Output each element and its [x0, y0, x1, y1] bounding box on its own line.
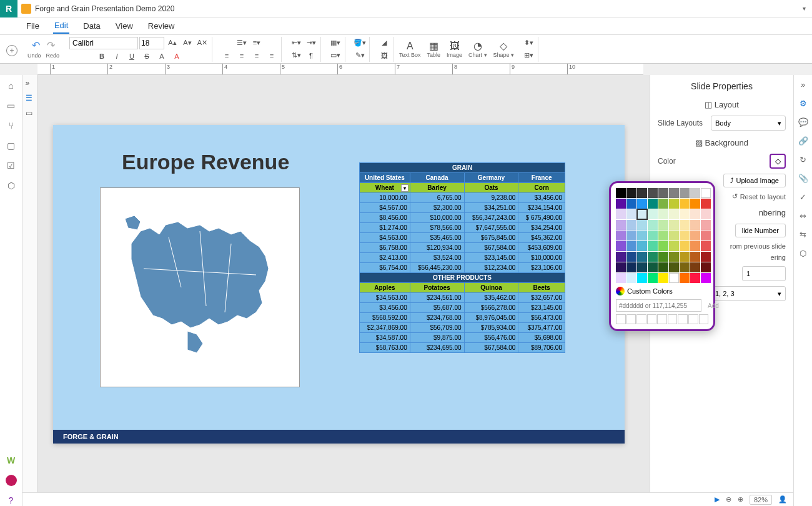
- table-cell[interactable]: $234,695.00: [410, 343, 464, 353]
- color-swatch[interactable]: [637, 231, 647, 241]
- table-cell[interactable]: Quinoa: [464, 283, 518, 293]
- cube-icon[interactable]: ⬡: [798, 247, 809, 259]
- zoom-out-icon[interactable]: ⊖: [726, 495, 731, 504]
- custom-swatch[interactable]: [647, 314, 657, 324]
- table-cell[interactable]: $67,584.00: [464, 343, 518, 353]
- w-icon[interactable]: W: [6, 455, 17, 466]
- custom-swatch[interactable]: [636, 314, 646, 324]
- number-list-icon[interactable]: ≡▾: [250, 37, 264, 49]
- table-cell[interactable]: Apples: [360, 283, 410, 293]
- bullet-list-icon[interactable]: ☰▾: [235, 37, 249, 49]
- europe-map[interactable]: [100, 187, 300, 387]
- color-swatch[interactable]: [637, 220, 647, 230]
- align-justify-icon[interactable]: ≡: [265, 50, 279, 61]
- color-swatch[interactable]: [669, 252, 679, 262]
- color-swatch[interactable]: [648, 199, 658, 209]
- color-swatch[interactable]: [658, 252, 668, 262]
- color-swatch[interactable]: [680, 252, 690, 262]
- slide-layouts-select[interactable]: Body▾: [711, 116, 786, 131]
- color-swatch[interactable]: [637, 273, 647, 283]
- table-cell[interactable]: $34,254.00: [518, 223, 565, 233]
- table-cell[interactable]: Beets: [518, 283, 565, 293]
- table-cell[interactable]: $375,477.00: [518, 323, 565, 333]
- background-color-button[interactable]: ◇: [770, 154, 786, 169]
- table-cell[interactable]: $45,362.00: [518, 233, 565, 243]
- color-swatch[interactable]: [690, 188, 700, 198]
- color-swatch[interactable]: [690, 241, 700, 251]
- color-swatch[interactable]: [658, 209, 668, 219]
- user-avatar[interactable]: [6, 475, 17, 486]
- table-cell[interactable]: $3,456.00: [518, 193, 565, 203]
- custom-swatch[interactable]: [616, 314, 626, 324]
- table-cell[interactable]: $35,465.00: [410, 233, 464, 243]
- table-cell[interactable]: $6,758.00: [360, 243, 410, 253]
- color-swatch[interactable]: [680, 209, 690, 219]
- table-cell[interactable]: $78,566.00: [410, 223, 464, 233]
- color-swatch[interactable]: [648, 273, 658, 283]
- color-swatch[interactable]: [637, 241, 647, 251]
- table-cell[interactable]: $5,698.00: [518, 333, 565, 343]
- fill-color-icon[interactable]: 🪣▾: [353, 37, 367, 49]
- align-right-icon[interactable]: ≡: [250, 50, 264, 61]
- picture-icon[interactable]: 🖼: [377, 50, 391, 61]
- underline-icon[interactable]: U: [125, 51, 139, 62]
- table-cell[interactable]: Barley: [410, 183, 464, 193]
- color-swatch[interactable]: [669, 231, 679, 241]
- style-select[interactable]: 1, 2, 3▾: [711, 286, 786, 301]
- slide[interactable]: Europe Revenue GRAINUnited StatesCanadaG…: [53, 125, 625, 444]
- color-swatch[interactable]: [658, 199, 668, 209]
- color-swatch[interactable]: [616, 241, 626, 251]
- table-cell[interactable]: $568,592.00: [360, 313, 410, 323]
- color-swatch[interactable]: [616, 262, 626, 272]
- table-cell[interactable]: Potatoes: [410, 283, 464, 293]
- table-cell[interactable]: $120,934.00: [410, 243, 464, 253]
- title-dropdown-icon[interactable]: ▾: [803, 5, 806, 12]
- color-swatch[interactable]: [658, 231, 668, 241]
- table-cell[interactable]: $3,456.00: [360, 303, 410, 313]
- color-swatch[interactable]: [626, 199, 636, 209]
- color-swatch[interactable]: [616, 273, 626, 283]
- color-swatch[interactable]: [701, 199, 711, 209]
- table-cell[interactable]: Germany: [464, 173, 518, 183]
- color-swatch[interactable]: [616, 199, 626, 209]
- color-swatch[interactable]: [680, 220, 690, 230]
- color-swatch[interactable]: [648, 241, 658, 251]
- slides-icon[interactable]: ▭: [26, 109, 34, 117]
- table-cell[interactable]: 6,765.00: [410, 193, 464, 203]
- add-color-button[interactable]: Add: [704, 301, 723, 310]
- table-cell[interactable]: $10,000.00: [518, 253, 565, 263]
- color-swatch[interactable]: [690, 231, 700, 241]
- branch-icon[interactable]: ⑂: [6, 120, 17, 131]
- table-cell[interactable]: $89,706.00: [518, 343, 565, 353]
- table-cell[interactable]: France: [518, 173, 565, 183]
- color-swatch[interactable]: [648, 252, 658, 262]
- table-cell[interactable]: $56,445,230.00: [410, 263, 464, 273]
- comment-icon[interactable]: 💬: [798, 116, 809, 127]
- table-cell[interactable]: $67,584.00: [464, 243, 518, 253]
- line-spacing-icon[interactable]: ⇅▾: [289, 50, 303, 61]
- bold-icon[interactable]: B: [95, 51, 109, 62]
- indent-icon[interactable]: ⇥▾: [304, 37, 318, 49]
- increase-font-icon[interactable]: A▴: [166, 37, 179, 49]
- link-icon[interactable]: 🔗: [798, 135, 809, 146]
- color-swatch[interactable]: [626, 262, 636, 272]
- custom-swatch[interactable]: [688, 314, 698, 324]
- color-swatch[interactable]: [701, 273, 711, 283]
- color-swatch[interactable]: [701, 220, 711, 230]
- color-swatch[interactable]: [680, 231, 690, 241]
- table-cell[interactable]: $7,647,555.00: [464, 223, 518, 233]
- italic-icon[interactable]: I: [110, 51, 124, 62]
- zoom-in-icon[interactable]: ⊕: [738, 495, 743, 504]
- transfer-icon[interactable]: ⇆: [798, 229, 809, 240]
- table-cell[interactable]: $23,106.00: [518, 263, 565, 273]
- color-swatch[interactable]: [680, 188, 690, 198]
- history-icon[interactable]: ↻: [798, 154, 809, 165]
- line-color-icon[interactable]: ✎▾: [353, 50, 367, 61]
- table-cell[interactable]: $234,154.00: [518, 203, 565, 213]
- color-swatch[interactable]: [626, 241, 636, 251]
- outline-icon[interactable]: ☰: [26, 94, 34, 102]
- table-cell[interactable]: $35,462.00: [464, 293, 518, 303]
- image-button[interactable]: 🖼Image: [447, 41, 462, 58]
- color-swatch[interactable]: [658, 262, 668, 272]
- table-cell[interactable]: $ 675,490.00: [518, 213, 565, 223]
